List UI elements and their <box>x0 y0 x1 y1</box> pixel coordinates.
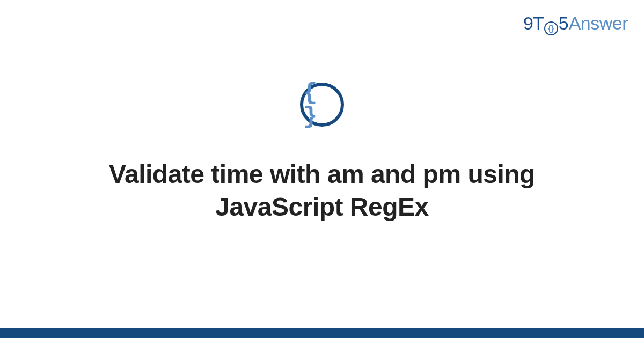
main-content: { } Validate time with am and pm using J… <box>0 0 644 338</box>
page-title: Validate time with am and pm using JavaS… <box>80 158 564 224</box>
topic-icon-circle: { } <box>300 83 344 127</box>
footer-bar <box>0 328 644 338</box>
braces-icon: { } <box>303 81 341 128</box>
